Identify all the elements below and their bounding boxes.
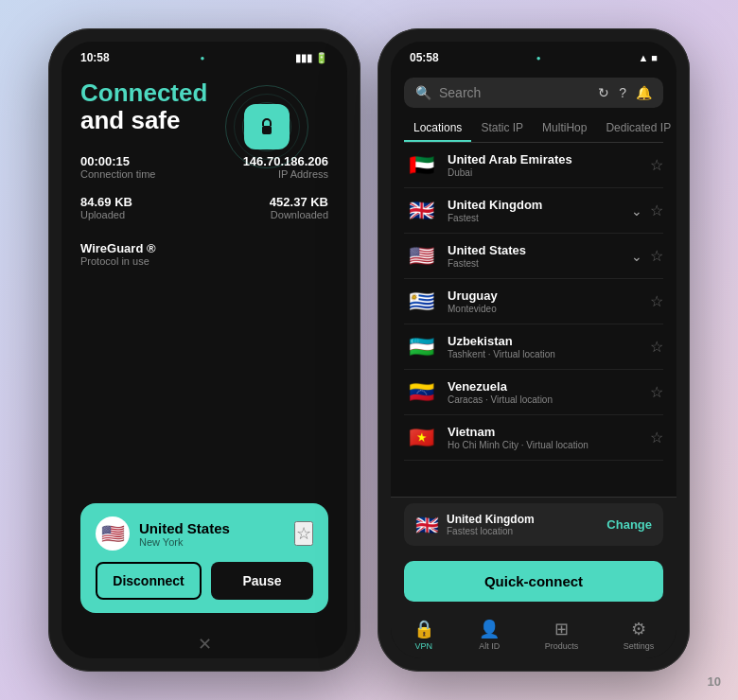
svg-rect-0 (262, 126, 272, 134)
nav-products[interactable]: ⊞ Products (537, 615, 587, 655)
stat-downloaded: 452.37 KB Downloaded (211, 193, 328, 220)
location-info-ve: Venezuela Caracas · Virtual location (448, 379, 650, 405)
alt-id-nav-label: Alt ID (479, 641, 500, 651)
status-bar-right: 05:58 ● ▲ ■ (391, 42, 676, 70)
star-us[interactable]: ☆ (650, 247, 663, 265)
tab-dedicated-ip[interactable]: Dedicated IP (596, 115, 676, 142)
location-flag-name: 🇺🇸 United States New York (96, 516, 230, 551)
qc-info: 🇬🇧 United Kingdom Fastest location (415, 513, 535, 536)
us-flag-left: 🇺🇸 (96, 516, 130, 551)
time-right: 05:58 (410, 51, 439, 64)
favorite-star-button[interactable]: ☆ (294, 521, 313, 546)
home-indicator-left: ✕ (62, 626, 347, 658)
flag-uae: 🇦🇪 (404, 153, 438, 178)
products-nav-label: Products (545, 641, 579, 651)
location-text: United States New York (139, 520, 230, 548)
quick-connect-button[interactable]: Quick-connect (404, 561, 663, 602)
search-icon: 🔍 (415, 85, 431, 100)
stat-uploaded: 84.69 KB Uploaded (80, 193, 198, 220)
tab-locations[interactable]: Locations (404, 115, 471, 142)
location-info-vn: Vietnam Ho Chi Minh City · Virtual locat… (448, 425, 650, 450)
stat-connection-time: 00:00:15 Connection time (80, 152, 198, 180)
orb-center (244, 104, 290, 149)
loc-actions-uk: ⌄ ☆ (631, 201, 663, 219)
location-info-us: United States Fastest (448, 243, 631, 269)
flag-ve: 🇻🇪 (404, 380, 438, 405)
indicator-left: ● (200, 54, 204, 62)
status-bar-left: 10:58 ● ▮▮▮ 🔋 (62, 42, 347, 70)
indicator-right: ● (536, 54, 541, 62)
loc-actions-uy: ☆ (650, 292, 663, 310)
location-tabs: Locations Static IP MultiHop Dedicated I… (404, 115, 663, 143)
list-item[interactable]: 🇺🇸 United States Fastest ⌄ ☆ (404, 234, 663, 279)
search-placeholder: Search (439, 85, 590, 100)
locations-list: 🇦🇪 United Arab Emirates Dubai ☆ 🇬🇧 (391, 143, 676, 497)
help-icon[interactable]: ? (619, 85, 626, 100)
vpn-orb (224, 84, 309, 169)
location-info-uy: Uruguay Montevideo (448, 289, 650, 314)
phone2-screen: 05:58 ● ▲ ■ 🔍 Search ↻ ? 🔔 (391, 42, 676, 658)
time-left: 10:58 (80, 51, 110, 64)
list-item[interactable]: 🇻🇪 Venezuela Caracas · Virtual location … (404, 370, 663, 415)
status-icons-right: ▲ ■ (638, 52, 658, 63)
star-uk[interactable]: ☆ (650, 201, 663, 219)
list-item[interactable]: 🇺🇿 Uzbekistan Tashkent · Virtual locatio… (404, 324, 663, 370)
wifi-icon-right: ▲ ■ (638, 52, 658, 63)
vpn-nav-icon: 🔒 (413, 619, 434, 639)
battery-icon-left: ▮▮▮ 🔋 (295, 52, 328, 64)
flag-uy: 🇺🇾 (404, 289, 438, 314)
bottom-bar: 🇬🇧 United Kingdom Fastest location Chang… (391, 497, 676, 658)
star-uz[interactable]: ☆ (650, 338, 663, 356)
list-item[interactable]: 🇻🇳 Vietnam Ho Chi Minh City · Virtual lo… (404, 415, 663, 461)
quick-connect-section: 🇬🇧 United Kingdom Fastest location Chang… (404, 503, 663, 546)
phone-right: 05:58 ● ▲ ■ 🔍 Search ↻ ? 🔔 (378, 28, 690, 672)
settings-nav-icon: ⚙ (631, 619, 646, 639)
refresh-icon[interactable]: ↻ (598, 85, 609, 100)
tab-static-ip[interactable]: Static IP (471, 115, 533, 142)
tab-multihop[interactable]: MultiHop (533, 115, 596, 142)
chevron-uk: ⌄ (631, 203, 642, 219)
qc-flag: 🇬🇧 (415, 514, 439, 536)
status-icons-left: ▮▮▮ 🔋 (295, 52, 328, 64)
nav-vpn[interactable]: 🔒 VPN (406, 615, 442, 655)
phone-left: 10:58 ● ▮▮▮ 🔋 Connected and safe (48, 28, 360, 672)
star-ve[interactable]: ☆ (650, 383, 663, 401)
loc-actions-uz: ☆ (650, 338, 663, 356)
watermark: 10 (708, 674, 721, 689)
bell-icon[interactable]: 🔔 (636, 85, 652, 100)
pause-button[interactable]: Pause (211, 562, 313, 600)
phone1-screen: 10:58 ● ▮▮▮ 🔋 Connected and safe (62, 42, 347, 658)
nav-bar: 🔒 VPN 👤 Alt ID ⊞ Products ⚙ (391, 611, 676, 656)
chevron-us: ⌄ (631, 249, 642, 264)
vpn-nav-label: VPN (414, 641, 432, 651)
list-item[interactable]: 🇺🇾 Uruguay Montevideo ☆ (404, 279, 663, 324)
loc-actions-vn: ☆ (650, 429, 663, 446)
disconnect-button[interactable]: Disconnect (96, 562, 202, 600)
flag-uz: 🇺🇿 (404, 335, 438, 359)
nav-alt-id[interactable]: 👤 Alt ID (471, 615, 507, 655)
loc-actions-us: ⌄ ☆ (631, 247, 663, 265)
search-actions: ↻ ? 🔔 (598, 85, 652, 100)
qc-text: United Kingdom Fastest location (447, 513, 535, 536)
star-uae[interactable]: ☆ (650, 156, 663, 174)
flag-us: 🇺🇸 (404, 244, 438, 269)
protocol-info: WireGuard ® Protocol in use (80, 239, 328, 267)
list-item[interactable]: 🇬🇧 United Kingdom Fastest ⌄ ☆ (404, 188, 663, 234)
action-buttons: Disconnect Pause (96, 562, 313, 600)
list-item[interactable]: 🇦🇪 United Arab Emirates Dubai ☆ (404, 143, 663, 188)
star-vn[interactable]: ☆ (650, 429, 663, 446)
bottom-card: 🇺🇸 United States New York ☆ Disconnect P… (80, 503, 328, 613)
products-nav-icon: ⊞ (554, 619, 569, 639)
search-bar[interactable]: 🔍 Search ↻ ? 🔔 (404, 78, 663, 108)
flag-uk: 🇬🇧 (404, 199, 438, 223)
loc-actions-ve: ☆ (650, 383, 663, 401)
nav-settings[interactable]: ⚙ Settings (616, 615, 662, 655)
star-uy[interactable]: ☆ (650, 292, 663, 310)
loc-actions-uae: ☆ (650, 156, 663, 174)
change-button[interactable]: Change (606, 517, 652, 532)
location-info-uz: Uzbekistan Tashkent · Virtual location (448, 334, 650, 359)
flag-vn: 🇻🇳 (404, 426, 438, 450)
settings-nav-label: Settings (624, 641, 655, 651)
alt-id-nav-icon: 👤 (479, 619, 500, 639)
phone2-main-content: 🔍 Search ↻ ? 🔔 Locations Static IP Multi… (391, 70, 676, 658)
